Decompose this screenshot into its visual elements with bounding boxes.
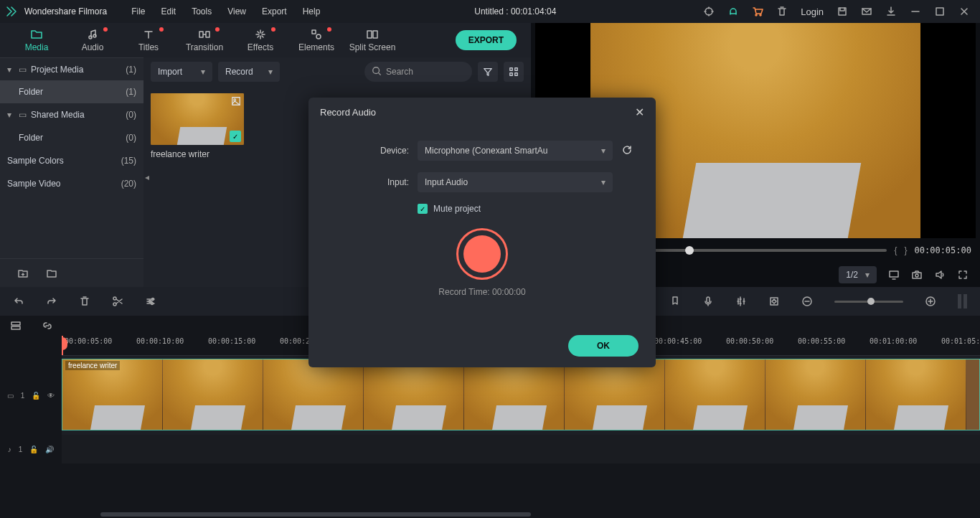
menu-tools[interactable]: Tools (184, 4, 219, 19)
tab-audio[interactable]: Audio (65, 23, 121, 57)
timeline-clip[interactable]: freelance writer (62, 359, 980, 430)
device-dropdown[interactable]: Microphone (Conexant SmartAu ▾ (418, 141, 613, 161)
svg-rect-13 (510, 68, 513, 71)
record-dropdown[interactable]: Record ▾ (218, 62, 280, 82)
speaker-icon[interactable]: 🔊 (45, 446, 54, 453)
download-icon[interactable] (885, 6, 897, 17)
tips-icon[interactable] (703, 6, 715, 17)
folder-open-icon[interactable] (46, 268, 57, 279)
tree-count: (0) (126, 133, 136, 143)
mute-checkbox[interactable]: ✓ (418, 204, 428, 214)
tree-project-media[interactable]: ▾ ▭ Project Media (1) (0, 57, 143, 80)
keyframe-icon[interactable] (768, 296, 780, 307)
mark-out-button[interactable]: } (905, 245, 908, 255)
collapse-handle-icon[interactable]: ◂ (145, 172, 149, 182)
new-folder-icon[interactable] (17, 268, 29, 279)
mail-icon[interactable] (861, 6, 872, 17)
menu-file[interactable]: File (124, 4, 152, 19)
timeline-view-icon[interactable] (958, 294, 967, 309)
lock-icon[interactable]: 🔓 (29, 446, 38, 453)
track-options-icon[interactable] (10, 320, 22, 331)
close-icon[interactable] (958, 6, 970, 17)
export-button[interactable]: EXPORT (456, 30, 517, 50)
snapshot-icon[interactable] (911, 269, 923, 281)
lock-icon[interactable]: 🔓 (32, 392, 40, 400)
tab-splitscreen-label: Split Screen (349, 42, 396, 52)
folder-icon: ▭ (19, 110, 27, 120)
shapes-icon (311, 28, 322, 41)
marker-icon[interactable] (669, 296, 681, 307)
delete-icon[interactable] (79, 296, 90, 307)
minimize-icon[interactable] (910, 6, 921, 17)
ruler-tick: 00:00:05:00 (65, 337, 112, 345)
tab-elements[interactable]: Elements (288, 23, 344, 57)
media-clip[interactable]: ✓ freelance writer (151, 93, 244, 159)
volume-icon[interactable] (934, 269, 946, 281)
edit-icon[interactable] (145, 296, 156, 307)
audio-mixer-icon[interactable] (735, 296, 747, 307)
fullscreen-icon[interactable] (957, 269, 969, 281)
trash-icon[interactable] (776, 6, 788, 17)
tree-count: (1) (126, 65, 136, 75)
tab-splitscreen[interactable]: Split Screen (344, 23, 400, 57)
tree-sample-colors[interactable]: Sample Colors (15) (0, 149, 143, 172)
close-icon[interactable]: ✕ (635, 105, 644, 119)
display-icon[interactable] (888, 269, 900, 281)
project-title: Untitled : 00:01:04:04 (330, 6, 700, 17)
preview-zoom-dropdown[interactable]: 1/2 ▾ (839, 266, 877, 283)
dropdown-label: Record (225, 67, 253, 77)
svg-rect-34 (11, 326, 20, 329)
tab-effects[interactable]: Effects (232, 23, 288, 57)
tree-folder[interactable]: Folder (1) (0, 80, 143, 103)
svg-point-1 (755, 14, 757, 16)
menu-help[interactable]: Help (296, 4, 328, 19)
menu-edit[interactable]: Edit (154, 4, 184, 19)
tab-titles[interactable]: Titles (121, 23, 176, 57)
tree-shared-media[interactable]: ▾ ▭ Shared Media (0) (0, 103, 143, 126)
audio-track-head[interactable]: ♪ 1 🔓 🔊 (0, 435, 62, 463)
tab-effects-label: Effects (248, 42, 273, 52)
chevron-down-icon: ▾ (268, 67, 273, 77)
menu-view[interactable]: View (220, 4, 253, 19)
link-icon[interactable] (42, 320, 53, 331)
import-dropdown[interactable]: Import ▾ (151, 62, 212, 82)
maximize-icon[interactable] (934, 6, 946, 17)
zoom-slider[interactable] (834, 301, 903, 303)
ruler-tick: 00:00:15:00 (208, 337, 255, 345)
search-input[interactable]: Search (364, 62, 472, 82)
ok-button[interactable]: OK (568, 335, 639, 357)
input-dropdown[interactable]: Input Audio ▾ (418, 172, 613, 192)
clip-thumbnail[interactable]: ✓ (151, 93, 244, 145)
undo-icon[interactable] (13, 296, 24, 307)
tree-count: (1) (126, 87, 136, 97)
svg-point-21 (915, 274, 918, 277)
menu-export[interactable]: Export (255, 4, 294, 19)
tab-media[interactable]: Media (9, 23, 65, 57)
support-icon[interactable] (727, 6, 739, 17)
redo-icon[interactable] (46, 296, 57, 307)
tree-label: Sample Colors (7, 156, 64, 166)
split-icon[interactable] (112, 296, 123, 307)
filter-icon[interactable] (478, 62, 498, 82)
cart-icon[interactable] (752, 6, 763, 17)
timeline-scrollbar[interactable] (0, 511, 980, 518)
zoom-out-icon[interactable] (801, 296, 813, 307)
login-button[interactable]: Login (801, 6, 824, 17)
tree-shared-folder[interactable]: Folder (0) (0, 126, 143, 149)
tab-transition[interactable]: Transition (176, 23, 232, 57)
playhead[interactable] (62, 336, 63, 356)
zoom-in-icon[interactable] (925, 296, 936, 307)
grid-view-icon[interactable] (504, 62, 524, 82)
save-icon[interactable] (837, 6, 848, 17)
video-track-head[interactable]: ▭ 1 🔓 👁 (0, 356, 62, 435)
chevron-down-icon: ▾ (601, 146, 606, 156)
tree-sample-video[interactable]: Sample Video (20) (0, 172, 143, 195)
eye-icon[interactable]: 👁 (47, 392, 55, 400)
folder-icon (30, 28, 43, 41)
refresh-icon[interactable] (621, 144, 634, 158)
record-button[interactable] (456, 228, 508, 280)
mark-in-button[interactable]: { (894, 245, 897, 255)
voiceover-icon[interactable] (702, 296, 714, 307)
app-logo-icon (6, 6, 17, 17)
svg-point-18 (234, 99, 236, 101)
